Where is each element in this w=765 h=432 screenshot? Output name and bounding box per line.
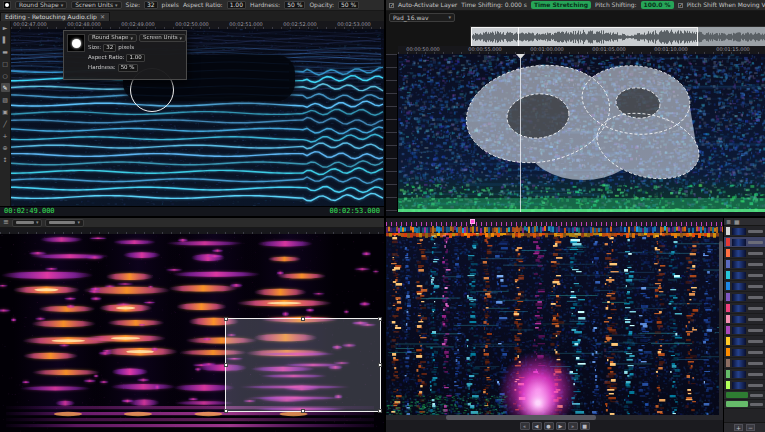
layer-color-chip[interactable] <box>726 315 730 323</box>
layer-row[interactable] <box>724 325 765 336</box>
layer-row[interactable] <box>724 259 765 270</box>
waveform-overview-strip[interactable] <box>470 26 765 48</box>
layer-color-chip[interactable] <box>726 249 730 257</box>
layer-row[interactable] <box>724 358 765 369</box>
shape-select[interactable]: Round Shape▾ <box>15 1 67 9</box>
clip-selector[interactable]: Pad_16.wav ▾ <box>389 13 455 22</box>
transport-button[interactable]: » <box>568 422 578 430</box>
tab-editing-retouching-audio[interactable]: Editing - Retouching Audio.clip ✕ <box>0 12 110 21</box>
layer-row[interactable] <box>724 336 765 347</box>
tool-zoom[interactable]: ⊕ <box>1 143 10 152</box>
size-field[interactable]: 32 <box>144 1 158 9</box>
pitch-vertical-checkbox[interactable] <box>678 3 683 8</box>
selection-handle-w[interactable] <box>224 363 228 367</box>
layer-color-chip[interactable] <box>726 370 730 378</box>
layer-group-row[interactable] <box>724 391 765 400</box>
layer-row[interactable] <box>724 369 765 380</box>
layer-group-row[interactable] <box>724 400 765 409</box>
layer-color-chip[interactable] <box>726 260 730 268</box>
popup-aspect-field[interactable]: 1.00 <box>126 54 144 62</box>
tool-brush[interactable]: ✎ <box>1 83 10 92</box>
layer-row[interactable] <box>724 270 765 281</box>
grid-view-icon[interactable]: ▦ <box>734 219 740 225</box>
beat-ruler[interactable] <box>386 218 723 226</box>
spectrogram-canvas-multilayer[interactable] <box>386 233 719 415</box>
layer-row[interactable] <box>724 380 765 391</box>
transport-button[interactable]: ■ <box>580 422 590 430</box>
selection-handle-n[interactable] <box>301 317 305 321</box>
spectral-overview-strip[interactable] <box>386 226 723 233</box>
layer-row[interactable] <box>724 303 765 314</box>
layer-color-chip[interactable] <box>726 326 730 334</box>
spectrogram-canvas-transform[interactable] <box>398 54 765 212</box>
hardness-field[interactable]: 50 % <box>284 1 305 9</box>
selection-handle-se[interactable] <box>378 409 382 413</box>
tool-frequency-selection[interactable]: ▬ <box>1 47 10 56</box>
units-select[interactable]: Screen Units▾ <box>71 1 121 9</box>
group-color-chip[interactable] <box>726 401 748 407</box>
pitch-value-field[interactable]: 100.0 % <box>641 1 674 9</box>
layer-row[interactable] <box>724 314 765 325</box>
transport-button[interactable]: « <box>520 422 530 430</box>
layer-row[interactable] <box>724 347 765 358</box>
layer-color-chip[interactable] <box>726 348 730 356</box>
layer-color-chip[interactable] <box>726 381 730 389</box>
tool-time-selection[interactable]: ▌ <box>1 35 10 44</box>
layer-footer-button[interactable]: + <box>734 424 743 431</box>
menu-icon[interactable]: ≡ <box>3 219 9 226</box>
tool-eraser[interactable]: ▨ <box>1 95 10 104</box>
playback-marker[interactable] <box>470 219 475 224</box>
layer-color-chip[interactable] <box>726 227 730 235</box>
time-ruler-transform[interactable]: 00:00:50.00000:00:55.00000:01:00.00000:0… <box>398 46 765 54</box>
popup-units-select[interactable]: Screen Units▾ <box>139 34 186 42</box>
selection-handle-s[interactable] <box>301 409 305 413</box>
layer-row[interactable] <box>724 226 765 237</box>
layer-color-chip[interactable] <box>726 293 730 301</box>
transport-button[interactable]: ● <box>544 422 554 430</box>
time-stretching-field[interactable]: Time Stretching <box>531 1 591 9</box>
group-color-chip[interactable] <box>726 392 748 398</box>
selection-handle-ne[interactable] <box>378 317 382 321</box>
list-view-icon[interactable]: ≣ <box>726 219 731 225</box>
popup-shape-label: Round Shape <box>92 35 128 41</box>
tool-pointer[interactable]: ► <box>1 23 10 32</box>
auto-activate-checkbox[interactable] <box>389 3 394 8</box>
layer-row[interactable] <box>724 237 765 248</box>
layer-name <box>748 329 763 332</box>
layer-row[interactable] <box>724 281 765 292</box>
tool-pencil[interactable]: ╱ <box>1 119 10 128</box>
popup-size-field[interactable]: 32 <box>103 44 116 52</box>
layer-color-chip[interactable] <box>726 238 730 246</box>
opacity-field[interactable]: 50 % <box>338 1 359 9</box>
tool-amplify[interactable]: + <box>1 131 10 140</box>
layer-row[interactable] <box>724 292 765 303</box>
clip-selection-box[interactable] <box>225 318 381 412</box>
tool-rectangle-selection[interactable]: □ <box>1 59 10 68</box>
transport-button[interactable]: ▶ <box>556 422 566 430</box>
layer-footer-button[interactable]: − <box>746 424 755 431</box>
layer-color-chip[interactable] <box>726 304 730 312</box>
layer-name <box>748 384 763 387</box>
brush-shape-preview-icon[interactable] <box>3 1 11 9</box>
tool-hand[interactable]: ↕ <box>1 155 10 164</box>
display-options-select[interactable]: ▾ <box>45 219 84 227</box>
selection-handle-nw[interactable] <box>224 317 228 321</box>
tool-clone-stamp[interactable]: ▣ <box>1 107 10 116</box>
layer-color-chip[interactable] <box>726 337 730 345</box>
tab-close-icon[interactable]: ✕ <box>100 14 105 20</box>
tool-lasso-selection[interactable]: ○ <box>1 71 10 80</box>
layer-color-chip[interactable] <box>726 282 730 290</box>
time-ruler-retouch[interactable]: 00:02:47.00000:02:48.00000:02:49.00000:0… <box>11 21 384 29</box>
ruler-label: 00:00:50.000 <box>406 47 440 52</box>
layer-name <box>748 373 763 376</box>
view-mode-select[interactable]: ▾ <box>12 219 43 227</box>
selection-handle-e[interactable] <box>378 363 382 367</box>
transport-button[interactable]: ◀ <box>532 422 542 430</box>
layer-row[interactable] <box>724 248 765 259</box>
layer-color-chip[interactable] <box>726 359 730 367</box>
aspect-ratio-field[interactable]: 1.00 <box>227 1 246 9</box>
layer-color-chip[interactable] <box>726 271 730 279</box>
popup-shape-select[interactable]: Round Shape▾ <box>88 34 137 42</box>
selection-handle-sw[interactable] <box>224 409 228 413</box>
popup-hardness-field[interactable]: 50 % <box>118 64 138 72</box>
